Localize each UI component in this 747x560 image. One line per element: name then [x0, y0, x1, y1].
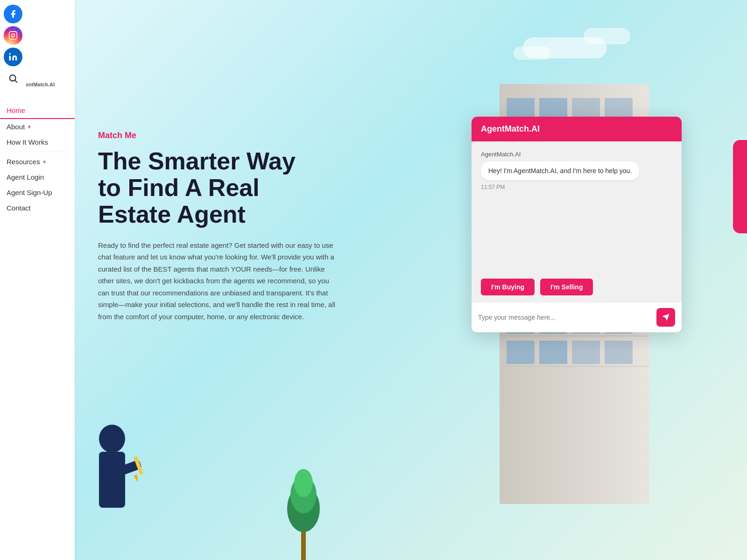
chat-agent-name: AgentMatch.AI [481, 151, 672, 158]
svg-rect-42 [539, 341, 567, 364]
chat-input[interactable] [478, 314, 656, 321]
hero-title: The Smarter Way to Find A Real Estate Ag… [98, 148, 378, 228]
nav-contact[interactable]: Contact [0, 200, 75, 216]
chat-header: AgentMatch.AI [472, 117, 682, 141]
person-illustration [75, 411, 149, 560]
svg-rect-2 [9, 56, 11, 61]
svg-point-3 [9, 53, 11, 55]
match-me-label: Match Me [98, 131, 378, 140]
svg-rect-0 [9, 32, 17, 40]
selling-button[interactable]: I'm Selling [540, 279, 593, 295]
hero-section: Match Me The Smarter Way to Find A Real … [75, 131, 392, 322]
nav-home[interactable]: Home [0, 103, 75, 119]
svg-rect-59 [99, 452, 125, 508]
main-content: Match Me The Smarter Way to Find A Real … [75, 0, 747, 560]
hero-description: Ready to find the perfect real estate ag… [98, 239, 341, 323]
chat-actions: I'm Buying I'm Selling [472, 272, 682, 302]
chat-greeting-bubble: Hey! I'm AgentMatch.AI, and I'm here to … [481, 161, 639, 180]
nav-divider-1 [7, 152, 68, 152]
svg-rect-44 [605, 341, 633, 364]
about-chevron: ▼ [27, 124, 32, 130]
social-sidebar [0, 0, 26, 91]
buying-button[interactable]: I'm Buying [481, 279, 535, 295]
nav-resources[interactable]: Resources ▼ [0, 154, 75, 169]
resources-chevron: ▼ [42, 159, 47, 165]
chat-timestamp: 11:57 PM [481, 184, 672, 190]
chat-widget: AgentMatch.AI AgentMatch.AI Hey! I'm Age… [472, 117, 682, 332]
nav-items: Home About ▼ How It Works Resources ▼ Ag… [0, 103, 75, 216]
chat-send-button[interactable] [656, 308, 675, 327]
facebook-icon[interactable] [4, 5, 22, 23]
svg-marker-62 [134, 475, 140, 483]
linkedin-icon[interactable] [4, 48, 22, 66]
svg-rect-41 [507, 341, 535, 364]
chat-input-area [472, 302, 682, 332]
tree-illustration [285, 457, 322, 560]
search-icon[interactable] [4, 69, 22, 88]
svg-rect-43 [572, 341, 600, 364]
svg-line-5 [15, 80, 17, 82]
nav-how-it-works[interactable]: How It Works [0, 134, 75, 150]
svg-point-58 [99, 425, 125, 453]
nav-agent-login[interactable]: Agent Login [0, 169, 75, 185]
nav-agent-signup[interactable]: Agent Sign-Up [0, 185, 75, 200]
instagram-icon[interactable] [4, 26, 22, 45]
nav-about[interactable]: About ▼ [0, 119, 75, 134]
chat-body: AgentMatch.AI Hey! I'm AgentMatch.AI, an… [472, 141, 682, 272]
right-edge-decoration [733, 140, 747, 233]
svg-point-57 [294, 469, 313, 497]
